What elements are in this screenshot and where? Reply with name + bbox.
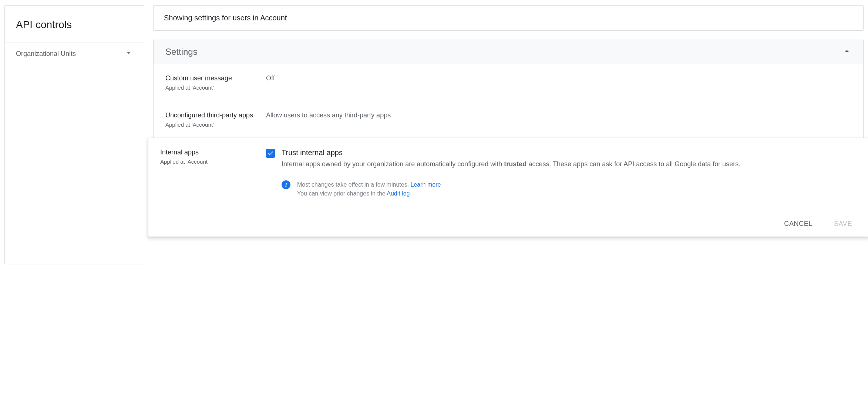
sidebar: API controls Organizational Units — [4, 5, 144, 264]
setting-row-custom-user-message[interactable]: Custom user message Applied at 'Account'… — [165, 64, 851, 101]
save-button[interactable]: SAVE — [831, 218, 855, 230]
setting-row-internal-apps-expanded: Internal apps Applied at 'Account' Trust… — [148, 138, 868, 237]
info-line-2: You can view prior changes in the Audit … — [297, 189, 441, 198]
setting-applied: Applied at 'Account' — [165, 84, 257, 91]
setting-value: Off — [266, 74, 275, 91]
setting-name: Internal apps — [160, 148, 257, 156]
setting-value: Allow users to access any third-party ap… — [266, 111, 391, 128]
setting-applied: Applied at 'Account' — [160, 158, 257, 165]
info-line-1: Most changes take effect in a few minute… — [297, 180, 441, 189]
scope-banner: Showing settings for users in Account — [153, 5, 864, 31]
checkbox-title: Trust internal apps — [282, 148, 857, 157]
audit-log-link[interactable]: Audit log — [387, 190, 410, 197]
settings-card: Settings Custom user message Applied at … — [153, 40, 864, 237]
sidebar-item-organizational-units[interactable]: Organizational Units — [5, 43, 144, 64]
trust-internal-apps-checkbox[interactable] — [266, 149, 275, 158]
setting-name: Custom user message — [165, 74, 257, 82]
chevron-down-icon — [125, 49, 133, 59]
settings-card-header[interactable]: Settings — [154, 40, 863, 64]
info-block: i Most changes take effect in a few minu… — [282, 180, 857, 198]
learn-more-link[interactable]: Learn more — [411, 181, 441, 188]
settings-card-title: Settings — [165, 47, 198, 57]
setting-applied: Applied at 'Account' — [165, 121, 257, 128]
cancel-button[interactable]: CANCEL — [781, 218, 815, 230]
actions-bar: CANCEL SAVE — [148, 211, 868, 237]
setting-row-unconfigured-third-party-apps[interactable]: Unconfigured third-party apps Applied at… — [165, 101, 851, 138]
checkbox-description: Internal apps owned by your organization… — [282, 159, 857, 169]
sidebar-header: API controls — [5, 6, 144, 43]
main-content: Showing settings for users in Account Se… — [153, 5, 864, 237]
setting-name: Unconfigured third-party apps — [165, 111, 257, 119]
info-icon: i — [282, 180, 290, 189]
chevron-up-icon — [842, 47, 851, 57]
sidebar-item-label: Organizational Units — [16, 50, 76, 58]
sidebar-title: API controls — [16, 19, 133, 31]
